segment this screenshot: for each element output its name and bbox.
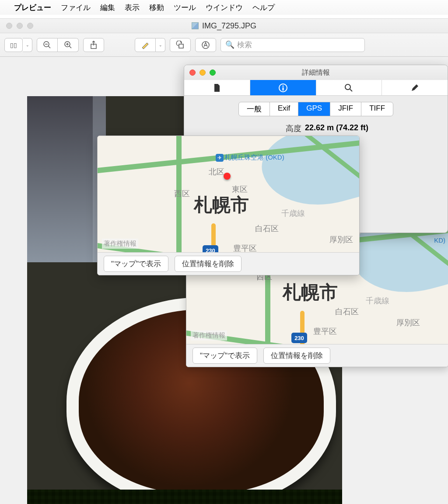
- route-shield-icon: 230: [291, 333, 307, 343]
- tab-search-icon[interactable]: [316, 80, 382, 95]
- tab-general[interactable]: 一般: [239, 102, 270, 116]
- tab-jfif[interactable]: JFIF: [330, 102, 361, 116]
- tab-tiff[interactable]: TIFF: [361, 102, 393, 116]
- inspector-titlebar[interactable]: 詳細情報: [184, 65, 448, 80]
- menu-file[interactable]: ファイル: [61, 3, 91, 13]
- remove-location-button[interactable]: 位置情報を削除: [175, 256, 242, 272]
- window-titlebar: IMG_7295.JPG: [0, 18, 448, 33]
- zoom-in-button[interactable]: [58, 38, 79, 52]
- svg-point-14: [345, 84, 350, 90]
- highlight-button[interactable]: [135, 38, 156, 52]
- svg-line-4: [69, 46, 71, 48]
- sidebar-dropdown[interactable]: ⌄: [23, 38, 32, 52]
- altitude-value: 22.62 m (74.22 ft): [305, 123, 368, 134]
- inspector-top-tabs: [184, 80, 448, 96]
- map-copyright: 著作権情報: [102, 239, 138, 249]
- share-button[interactable]: [83, 38, 104, 52]
- inspector-traffic-lights[interactable]: [189, 70, 216, 76]
- zoom-out-button[interactable]: [37, 38, 58, 52]
- menubar: プレビュー ファイル 編集 表示 移動 ツール ウインドウ ヘルプ: [0, 0, 448, 15]
- highlight-dropdown[interactable]: ⌄: [156, 38, 165, 52]
- rotate-button[interactable]: [170, 38, 191, 52]
- menu-view[interactable]: 表示: [125, 3, 140, 13]
- airplane-icon: ✈: [216, 154, 224, 162]
- map-city-label: 札幌市: [194, 193, 249, 217]
- window-title: IMG_7295.JPG: [202, 21, 256, 31]
- svg-rect-13: [282, 87, 284, 90]
- tab-gps[interactable]: GPS: [298, 102, 330, 116]
- tab-info-icon[interactable]: [250, 80, 316, 95]
- map-popover-front: ✈札幌丘珠空港 (OKD) 札幌市 北区 東区 西区 白石区 豊平区 厚別区 千…: [97, 136, 360, 275]
- map-pin-icon: [224, 173, 231, 180]
- svg-line-1: [49, 46, 51, 48]
- search-placeholder: 検索: [237, 40, 252, 50]
- tab-edit-icon[interactable]: [382, 80, 448, 95]
- map-city-label: 札幌市: [283, 280, 338, 305]
- menu-window[interactable]: ウインドウ: [206, 3, 243, 13]
- airport-label: ✈札幌丘珠空港 (OKD): [216, 153, 284, 162]
- search-field[interactable]: 🔍 検索: [220, 38, 365, 52]
- inspector-title: 詳細情報: [302, 68, 330, 77]
- altitude-row: 高度 22.62 m (74.22 ft): [184, 121, 448, 136]
- tab-general-icon[interactable]: [184, 80, 250, 95]
- altitude-label: 高度: [192, 123, 301, 134]
- show-in-maps-button[interactable]: "マップ"で表示: [192, 348, 257, 364]
- traffic-lights[interactable]: [6, 23, 33, 29]
- menu-edit[interactable]: 編集: [100, 3, 115, 13]
- app-menu[interactable]: プレビュー: [14, 3, 51, 13]
- svg-line-15: [350, 89, 352, 91]
- svg-rect-9: [179, 44, 183, 48]
- markup-button[interactable]: [195, 38, 216, 52]
- sidebar-toggle-button[interactable]: ▯▯: [4, 38, 23, 52]
- file-icon: [192, 22, 199, 29]
- tab-exif[interactable]: Exif: [270, 102, 298, 116]
- search-icon: 🔍: [225, 40, 234, 49]
- menu-go[interactable]: 移動: [149, 3, 164, 13]
- menu-help[interactable]: ヘルプ: [252, 3, 275, 13]
- toolbar: ▯▯⌄ ⌄ 🔍 検索: [0, 33, 448, 57]
- svg-point-12: [282, 85, 284, 87]
- menu-tools[interactable]: ツール: [174, 3, 196, 13]
- map-copyright: 著作権情報: [191, 330, 227, 341]
- inspector-sub-tabs: 一般 Exif GPS JFIF TIFF: [184, 96, 448, 121]
- remove-location-button[interactable]: 位置情報を削除: [263, 348, 330, 364]
- show-in-maps-button[interactable]: "マップ"で表示: [104, 256, 168, 272]
